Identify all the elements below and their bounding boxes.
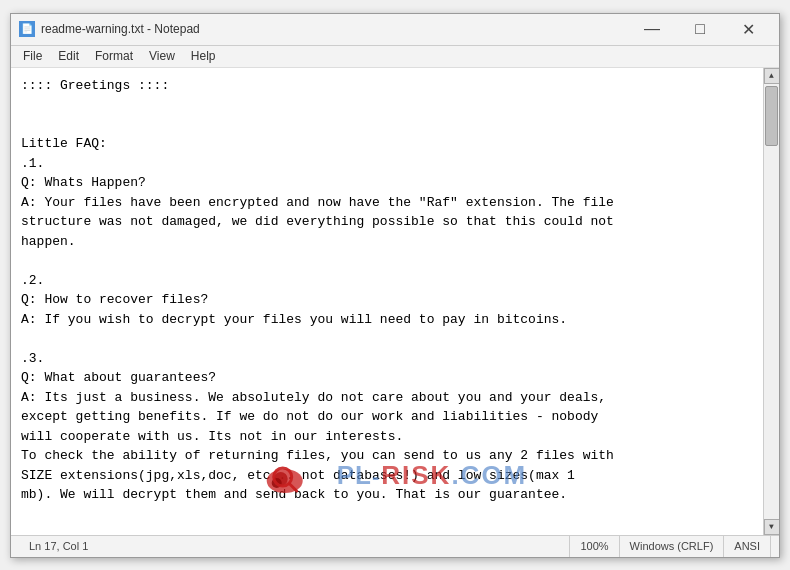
vertical-scrollbar[interactable]: ▲ ▼ (763, 68, 779, 535)
app-icon: 📄 (19, 21, 35, 37)
menu-format[interactable]: Format (87, 47, 141, 65)
status-bar: Ln 17, Col 1 100% Windows (CRLF) ANSI (11, 535, 779, 557)
line-endings: Windows (CRLF) (620, 536, 725, 557)
menu-bar: File Edit Format View Help (11, 46, 779, 68)
scroll-thumb[interactable] (765, 86, 778, 146)
cursor-position: Ln 17, Col 1 (19, 536, 570, 557)
scroll-down-button[interactable]: ▼ (764, 519, 780, 535)
window-controls: — □ ✕ (629, 14, 771, 44)
menu-edit[interactable]: Edit (50, 47, 87, 65)
menu-file[interactable]: File (15, 47, 50, 65)
scroll-up-button[interactable]: ▲ (764, 68, 780, 84)
window-title: readme-warning.txt - Notepad (41, 22, 629, 36)
text-editor[interactable]: :::: Greetings :::: Little FAQ: .1. Q: W… (11, 68, 763, 535)
minimize-button[interactable]: — (629, 14, 675, 44)
maximize-button[interactable]: □ (677, 14, 723, 44)
encoding: ANSI (724, 536, 771, 557)
menu-view[interactable]: View (141, 47, 183, 65)
zoom-level: 100% (570, 536, 619, 557)
content-area: :::: Greetings :::: Little FAQ: .1. Q: W… (11, 68, 779, 535)
notepad-window: 📄 readme-warning.txt - Notepad — □ ✕ Fil… (10, 13, 780, 558)
close-button[interactable]: ✕ (725, 14, 771, 44)
scroll-track[interactable] (764, 84, 779, 519)
title-bar: 📄 readme-warning.txt - Notepad — □ ✕ (11, 14, 779, 46)
menu-help[interactable]: Help (183, 47, 224, 65)
